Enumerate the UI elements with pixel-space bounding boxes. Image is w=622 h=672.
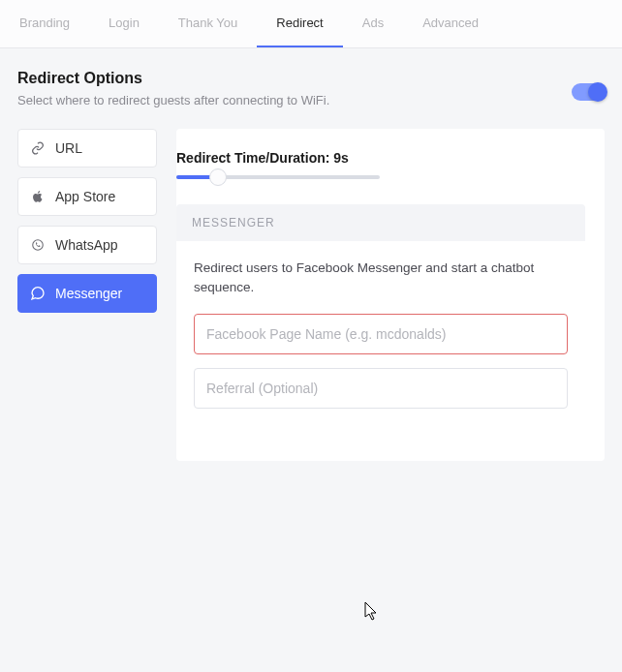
sidebar-item-label: Messenger: [55, 286, 122, 301]
panel-description: Redirect users to Facebook Messenger and…: [194, 259, 568, 298]
slider-value: 9s: [333, 150, 349, 166]
apple-icon: [30, 189, 46, 204]
facebook-page-name-input[interactable]: [194, 314, 568, 354]
sidebar-item-label: WhatsApp: [55, 237, 118, 253]
page-title: Redirect Options: [17, 70, 329, 87]
redirect-type-sidebar: URL App Store WhatsApp Messenger: [17, 129, 157, 461]
svg-point-0: [33, 240, 44, 251]
sidebar-item-messenger[interactable]: Messenger: [17, 274, 157, 313]
sidebar-item-label: URL: [55, 140, 82, 156]
tab-login[interactable]: Login: [89, 0, 159, 47]
tab-ads[interactable]: Ads: [343, 0, 403, 47]
tab-thank-you[interactable]: Thank You: [159, 0, 257, 47]
link-icon: [30, 140, 46, 156]
redirect-enabled-toggle[interactable]: [572, 83, 605, 101]
tab-advanced[interactable]: Advanced: [403, 0, 498, 47]
sidebar-item-whatsapp[interactable]: WhatsApp: [17, 226, 157, 264]
messenger-panel: MESSENGER Redirect users to Facebook Mes…: [176, 204, 585, 432]
mouse-cursor: [364, 602, 378, 622]
whatsapp-icon: [30, 237, 46, 253]
sidebar-item-url[interactable]: URL: [17, 129, 157, 168]
tab-bar: Branding Login Thank You Redirect Ads Ad…: [0, 0, 622, 48]
header-section: Redirect Options Select where to redirec…: [0, 48, 622, 129]
sidebar-item-label: App Store: [55, 189, 115, 204]
chat-icon: [30, 286, 46, 301]
sidebar-item-app-store[interactable]: App Store: [17, 177, 157, 216]
page-subtitle: Select where to redirect guests after co…: [17, 93, 329, 107]
redirect-duration-slider[interactable]: [176, 175, 380, 179]
panel-title: MESSENGER: [176, 204, 585, 241]
slider-thumb[interactable]: [209, 168, 227, 186]
referral-input[interactable]: [194, 368, 568, 409]
slider-label: Redirect Time/Duration: 9s: [176, 150, 605, 175]
tab-branding[interactable]: Branding: [0, 0, 89, 47]
main-panel: Redirect Time/Duration: 9s MESSENGER Red…: [176, 129, 605, 461]
tab-redirect[interactable]: Redirect: [257, 0, 342, 47]
